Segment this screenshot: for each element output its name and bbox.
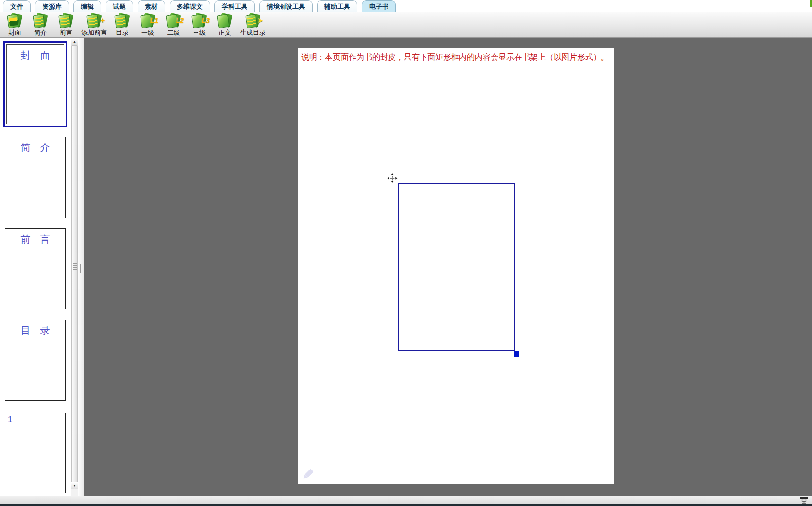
cover-image-frame[interactable] bbox=[398, 183, 515, 351]
tool-label: 添加前言 bbox=[81, 28, 107, 37]
scrollbar-grip-icon bbox=[73, 263, 77, 270]
tool-label: 三级 bbox=[193, 28, 206, 37]
tool-label: 封面 bbox=[8, 28, 21, 37]
bottom-edge-strip bbox=[0, 504, 812, 506]
tab-resource-library[interactable]: 资源库 bbox=[35, 0, 69, 12]
toc-button[interactable]: 目录 bbox=[109, 13, 135, 37]
app-window: 文件 资源库 编辑 试题 素材 多维课文 学科工具 情境创设工具 辅助工具 电子… bbox=[0, 0, 812, 506]
scroll-down-button[interactable]: ▼ bbox=[71, 482, 78, 489]
level2-button[interactable]: L2 二级 bbox=[161, 13, 186, 37]
cover-page[interactable]: 说明：本页面作为书的封皮，只有下面矩形框内的内容会显示在书架上（以图片形式）。 bbox=[298, 48, 614, 484]
tool-label: 目录 bbox=[116, 28, 129, 37]
level1-doc-icon: L1 bbox=[139, 13, 157, 28]
splitter-grip-icon bbox=[79, 264, 83, 273]
thumbnail-page-1[interactable]: 1 bbox=[5, 413, 66, 493]
tool-label: 一级 bbox=[141, 28, 154, 37]
preface-button[interactable]: 前言 bbox=[53, 13, 79, 37]
add-preface-doc-icon: + bbox=[85, 13, 103, 28]
body-text-button[interactable]: 正文 bbox=[212, 13, 238, 37]
cover-button[interactable]: 封面 bbox=[2, 13, 28, 37]
toc-doc-icon bbox=[113, 13, 131, 28]
menu-tab-bar: 文件 资源库 编辑 试题 素材 多维课文 学科工具 情境创设工具 辅助工具 电子… bbox=[0, 0, 812, 12]
thumbnail-page-number: 1 bbox=[8, 415, 65, 425]
thumbnail-intro[interactable]: 简 介 bbox=[5, 137, 66, 218]
tab-aux-tools[interactable]: 辅助工具 bbox=[317, 0, 357, 12]
thumbnail-cover[interactable]: 封 面 bbox=[3, 41, 67, 127]
thumbnail-page: 封 面 bbox=[6, 44, 64, 124]
pencil-watermark-icon bbox=[300, 466, 317, 482]
level3-button[interactable]: L3 三级 bbox=[186, 13, 212, 37]
level2-doc-icon: L2 bbox=[165, 13, 182, 28]
status-bar bbox=[0, 496, 812, 504]
tab-subject-tools[interactable]: 学科工具 bbox=[214, 0, 255, 12]
thumbnail-toc[interactable]: 目 录 bbox=[5, 320, 66, 401]
tab-ebook[interactable]: 电子书 bbox=[362, 0, 396, 12]
scroll-up-button[interactable]: ▲ bbox=[71, 38, 78, 45]
panel-splitter[interactable] bbox=[78, 38, 84, 496]
page-thumbnail-panel: 封 面 简 介 前 言 目 录 1 bbox=[0, 38, 71, 496]
generate-toc-button[interactable]: ➤ 生成目录 bbox=[238, 13, 268, 37]
preface-doc-icon bbox=[57, 13, 75, 28]
editor-canvas: 说明：本页面作为书的封皮，只有下面矩形框内的内容会显示在书架上（以图片形式）。 bbox=[84, 38, 812, 496]
thumbnail-title: 前 言 bbox=[5, 233, 65, 246]
tab-materials[interactable]: 素材 bbox=[138, 0, 165, 12]
body-doc-icon bbox=[216, 13, 234, 28]
resize-handle[interactable] bbox=[514, 351, 519, 357]
tab-file[interactable]: 文件 bbox=[3, 0, 31, 12]
cover-doc-icon bbox=[6, 13, 24, 28]
tab-test-questions[interactable]: 试题 bbox=[106, 0, 133, 12]
thumbnail-preface[interactable]: 前 言 bbox=[5, 228, 66, 309]
ebook-toolbar: 封面 简介 前言 + 添加前言 bbox=[0, 12, 812, 38]
content-area: 封 面 简 介 前 言 目 录 1 ▲ ▼ bbox=[0, 38, 812, 496]
tool-label: 正文 bbox=[218, 28, 231, 37]
generate-toc-doc-icon: ➤ bbox=[244, 13, 262, 28]
window-corner-chip-icon bbox=[810, 0, 812, 7]
intro-doc-icon bbox=[32, 13, 49, 28]
tab-scenario-tools[interactable]: 情境创设工具 bbox=[259, 0, 313, 12]
tab-multidim-text[interactable]: 多维课文 bbox=[170, 0, 210, 12]
thumbnail-scrollbar[interactable]: ▲ ▼ bbox=[71, 38, 78, 496]
tool-label: 生成目录 bbox=[240, 28, 266, 37]
thumbnail-title: 目 录 bbox=[5, 324, 65, 337]
thumbnail-title: 简 介 bbox=[5, 141, 65, 154]
tool-label: 二级 bbox=[167, 28, 180, 37]
screen-icon[interactable] bbox=[800, 497, 808, 504]
cover-instruction-note: 说明：本页面作为书的封皮，只有下面矩形框内的内容会显示在书架上（以图片形式）。 bbox=[301, 52, 611, 62]
tool-label: 简介 bbox=[34, 28, 47, 37]
thumbnail-title: 封 面 bbox=[7, 49, 64, 62]
tab-edit[interactable]: 编辑 bbox=[73, 0, 101, 12]
add-preface-button[interactable]: + 添加前言 bbox=[79, 13, 109, 37]
move-cursor-icon bbox=[387, 173, 398, 183]
scrollbar-thumb[interactable] bbox=[71, 45, 78, 488]
intro-button[interactable]: 简介 bbox=[28, 13, 53, 37]
level1-button[interactable]: L1 一级 bbox=[135, 13, 161, 37]
level3-doc-icon: L3 bbox=[190, 13, 208, 28]
tool-label: 前言 bbox=[60, 28, 72, 37]
